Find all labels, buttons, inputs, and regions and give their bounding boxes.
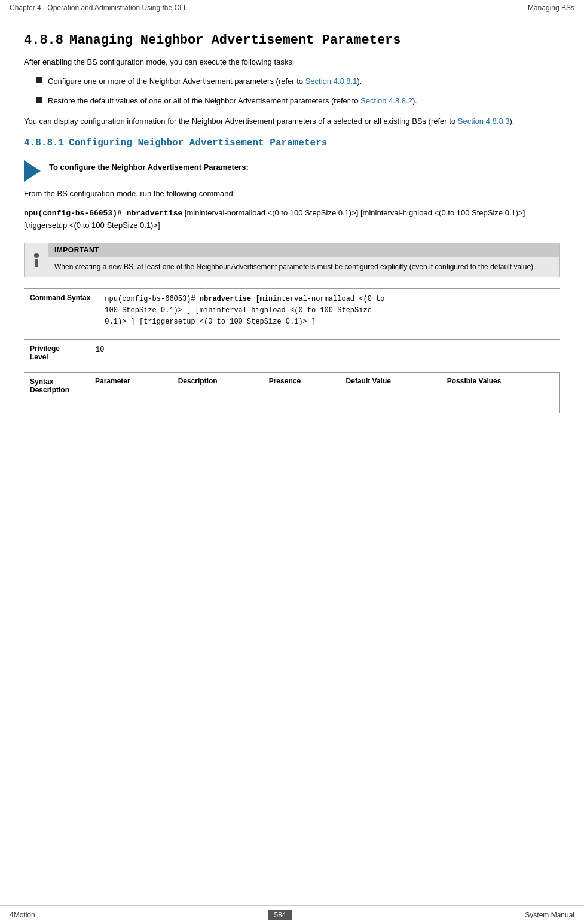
section-link-4882[interactable]: Section 4.8.8.2 bbox=[360, 96, 412, 105]
page-header: Chapter 4 - Operation and Administration… bbox=[0, 0, 584, 16]
col-description: Description bbox=[173, 373, 264, 389]
privilege-value: 10 bbox=[90, 339, 560, 366]
command-bold: npu(config-bs-66053)# nbradvertise bbox=[24, 209, 182, 218]
command-syntax-row: Command Syntax npu(config-bs-66053)# nbr… bbox=[24, 289, 560, 333]
list-item: Configure one or more of the Neighbor Ad… bbox=[36, 75, 560, 87]
bullet-1-after: ). bbox=[357, 77, 362, 86]
subsection-title: Configuring Neighbor Advertisement Param… bbox=[69, 138, 327, 148]
footer-right: System Manual bbox=[525, 911, 574, 919]
from-paragraph: From the BS configuration mode, run the … bbox=[24, 188, 560, 200]
bullet-icon bbox=[36, 97, 42, 103]
svg-rect-1 bbox=[35, 259, 38, 267]
table-row bbox=[90, 389, 560, 413]
col-default-value: Default Value bbox=[341, 373, 442, 389]
page-number: 584 bbox=[268, 910, 292, 920]
col-presence: Presence bbox=[264, 373, 341, 389]
col-parameter: Parameter bbox=[90, 373, 173, 389]
todo-text: To configure the Neighbor Advertisement … bbox=[49, 159, 249, 172]
syntax-desc-table-cell: Parameter Description Presence Default V… bbox=[90, 372, 560, 413]
bullet-2-before: Restore the default values of one or all… bbox=[48, 96, 360, 105]
col-possible-values: Possible Values bbox=[442, 373, 559, 389]
section-number: 4.8.8 bbox=[24, 33, 63, 48]
important-box: IMPORTANT When creating a new BS, at lea… bbox=[24, 243, 560, 277]
command-syntax-value: npu(config-bs-66053)# nbradvertise [mini… bbox=[99, 289, 560, 333]
important-content: IMPORTANT When creating a new BS, at lea… bbox=[48, 243, 559, 277]
intro-paragraph: After enabling the BS configuration mode… bbox=[24, 56, 560, 68]
table-cell-possible bbox=[442, 389, 559, 413]
privilege-label: PrivilegeLevel bbox=[24, 339, 90, 366]
syntax-table-header-row: Parameter Description Presence Default V… bbox=[90, 373, 560, 389]
privilege-row: PrivilegeLevel 10 bbox=[24, 339, 560, 366]
command-block: npu(config-bs-66053)# nbradvertise [mini… bbox=[24, 207, 560, 233]
table-cell-presence bbox=[264, 389, 341, 413]
important-body: When creating a new BS, at least one of … bbox=[48, 257, 559, 277]
syntax-desc-row: SyntaxDescription Parameter Description … bbox=[24, 372, 560, 413]
summary-paragraph: You can display configuration informatio… bbox=[24, 115, 560, 127]
header-right: Managing BSs bbox=[528, 4, 574, 12]
info-icon bbox=[25, 243, 48, 277]
command-syntax-label: Command Syntax bbox=[24, 289, 99, 333]
privilege-table: PrivilegeLevel 10 bbox=[24, 339, 560, 366]
bullet-list: Configure one or more of the Neighbor Ad… bbox=[36, 75, 560, 107]
syntax-desc-table: SyntaxDescription Parameter Description … bbox=[24, 372, 560, 413]
main-content: 4.8.8Managing Neighbor Advertisement Par… bbox=[0, 16, 584, 467]
subsection-number: 4.8.8.1 bbox=[24, 138, 64, 148]
syntax-desc-label: SyntaxDescription bbox=[24, 372, 90, 413]
table-cell-default bbox=[341, 389, 442, 413]
table-cell-parameter bbox=[90, 389, 173, 413]
page-footer: 4Motion 584 System Manual bbox=[0, 905, 584, 924]
arrow-icon bbox=[24, 160, 41, 182]
command-syntax-table: Command Syntax npu(config-bs-66053)# nbr… bbox=[24, 288, 560, 333]
header-left: Chapter 4 - Operation and Administration… bbox=[10, 4, 185, 12]
syntax-inner-table: Parameter Description Presence Default V… bbox=[90, 373, 560, 413]
section-link-4881[interactable]: Section 4.8.8.1 bbox=[305, 77, 357, 86]
bullet-1-before: Configure one or more of the Neighbor Ad… bbox=[48, 77, 305, 86]
bullet-icon bbox=[36, 77, 42, 83]
todo-block: To configure the Neighbor Advertisement … bbox=[24, 159, 560, 182]
section-title: Managing Neighbor Advertisement Paramete… bbox=[69, 33, 401, 48]
important-title: IMPORTANT bbox=[48, 243, 559, 257]
table-cell-description bbox=[173, 389, 264, 413]
bullet-2-after: ). bbox=[412, 96, 417, 105]
svg-point-0 bbox=[34, 253, 39, 258]
footer-left: 4Motion bbox=[10, 911, 35, 919]
list-item: Restore the default values of one or all… bbox=[36, 95, 560, 107]
subsection-heading: 4.8.8.1Configuring Neighbor Advertisemen… bbox=[24, 138, 560, 148]
section-link-4883[interactable]: Section 4.8.8.3 bbox=[458, 117, 510, 126]
section-heading: 4.8.8Managing Neighbor Advertisement Par… bbox=[24, 33, 560, 48]
